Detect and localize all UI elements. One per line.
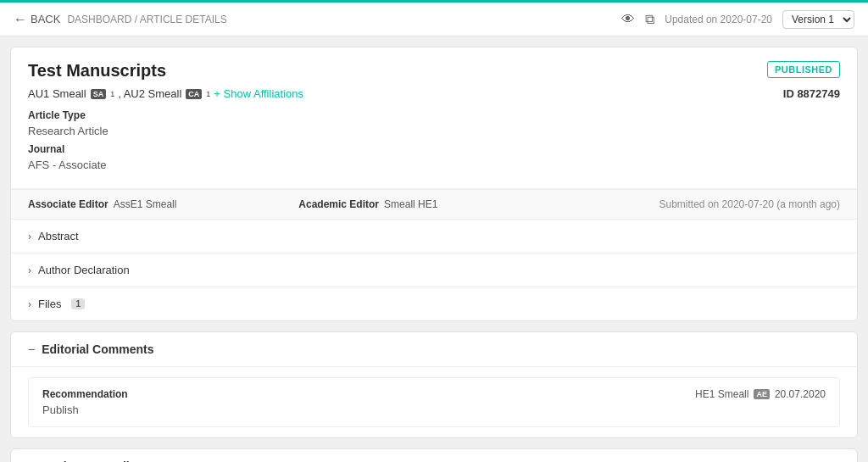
article-type-label: Article Type	[28, 109, 86, 121]
article-id: ID 8872749	[783, 87, 840, 100]
reviewer-header: − Reviewer Details & Reports 1 invited, …	[11, 449, 857, 462]
article-type-row: Article Type	[28, 109, 840, 121]
authors-row: AU1 Smeall SA1 , AU2 Smeall CA1 + Show A…	[28, 87, 840, 100]
author2-name: , AU2 Smeall	[118, 87, 181, 100]
author1-name: AU1 Smeall	[28, 87, 86, 100]
recommendation-card: Recommendation Publish HE1 Smeall AE 20.…	[28, 377, 840, 427]
editorial-card: − Editorial Comments Recommendation Publ…	[10, 331, 858, 438]
article-header: Test Manuscripts PUBLISHED AU1 Smeall SA…	[11, 47, 857, 189]
journal-label: Journal	[28, 143, 64, 155]
associate-editor: Associate Editor AssE1 Smeall	[28, 198, 298, 210]
associate-editor-label: Associate Editor	[28, 198, 108, 210]
version-select[interactable]: Version 1	[782, 10, 854, 29]
author2-sup: 1	[206, 90, 210, 98]
top-bar-right: 👁 ⧉ Updated on 2020-07-20 Version 1	[621, 10, 854, 29]
files-count-badge: 1	[71, 298, 85, 309]
author-declaration-row[interactable]: › Author Declaration	[11, 253, 857, 287]
eye-icon[interactable]: 👁	[621, 12, 635, 27]
abstract-label: Abstract	[38, 230, 79, 242]
chevron-icon: ›	[28, 231, 31, 242]
back-arrow-icon: ←	[14, 12, 27, 27]
recommendation-left: Recommendation Publish	[42, 388, 128, 416]
journal-value: AFS - Associate	[28, 159, 106, 171]
recommendation-meta: HE1 Smeall AE 20.07.2020	[695, 388, 826, 400]
academic-editor: Academic Editor Smeall HE1	[298, 198, 569, 210]
article-type-value-row: Research Article	[28, 125, 840, 137]
chevron-icon: ›	[28, 298, 31, 310]
recommendation-label: Recommendation	[42, 388, 128, 400]
author2-badge: CA	[186, 89, 202, 99]
show-affiliations-link[interactable]: + Show Affiliations	[214, 87, 303, 100]
article-type-value: Research Article	[28, 125, 108, 137]
back-button[interactable]: ← BACK	[14, 12, 60, 27]
author1-sup: 1	[110, 90, 114, 98]
journal-row: Journal	[28, 142, 840, 155]
editor-name: HE1 Smeall	[695, 388, 748, 400]
back-label: BACK	[31, 13, 60, 25]
reviewer-card: − Reviewer Details & Reports 1 invited, …	[10, 448, 858, 462]
status-badge: PUBLISHED	[767, 61, 840, 78]
author1-badge: SA	[91, 89, 107, 99]
academic-editor-label: Academic Editor	[298, 198, 379, 210]
academic-editor-name: Smeall HE1	[384, 198, 437, 210]
rec-date: 20.07.2020	[775, 388, 826, 400]
files-label: Files	[38, 298, 61, 310]
abstract-row[interactable]: › Abstract	[11, 220, 857, 253]
collapsible-section: › Abstract › Author Declaration › Files …	[11, 220, 857, 320]
submitted-text: Submitted on 2020-07-20 (a month ago)	[570, 198, 840, 210]
updated-text: Updated on 2020-07-20	[665, 14, 772, 25]
editorial-header: − Editorial Comments	[11, 332, 857, 367]
breadcrumb: DASHBOARD / ARTICLE DETAILS	[67, 14, 226, 25]
journal-value-row: AFS - Associate	[28, 159, 840, 171]
authors: AU1 Smeall SA1 , AU2 Smeall CA1 + Show A…	[28, 87, 303, 100]
article-card: Test Manuscripts PUBLISHED AU1 Smeall SA…	[10, 47, 858, 321]
editorial-title: Editorial Comments	[42, 342, 153, 356]
recommendation-value: Publish	[42, 404, 128, 416]
title-row: Test Manuscripts PUBLISHED	[28, 61, 840, 81]
collapse-icon[interactable]: −	[28, 342, 35, 356]
ae-badge: AE	[754, 389, 770, 399]
copy-icon[interactable]: ⧉	[645, 12, 654, 27]
files-row[interactable]: › Files 1	[11, 287, 857, 320]
associate-editor-name: AssE1 Smeall	[114, 198, 177, 210]
author-declaration-label: Author Declaration	[38, 264, 130, 276]
article-title: Test Manuscripts	[28, 61, 166, 81]
main-content: Test Manuscripts PUBLISHED AU1 Smeall SA…	[0, 36, 868, 462]
chevron-icon: ›	[28, 264, 31, 276]
top-bar-left: ← BACK DASHBOARD / ARTICLE DETAILS	[14, 12, 227, 27]
editors-row: Associate Editor AssE1 Smeall Academic E…	[11, 189, 857, 220]
top-bar: ← BACK DASHBOARD / ARTICLE DETAILS 👁 ⧉ U…	[0, 3, 868, 36]
